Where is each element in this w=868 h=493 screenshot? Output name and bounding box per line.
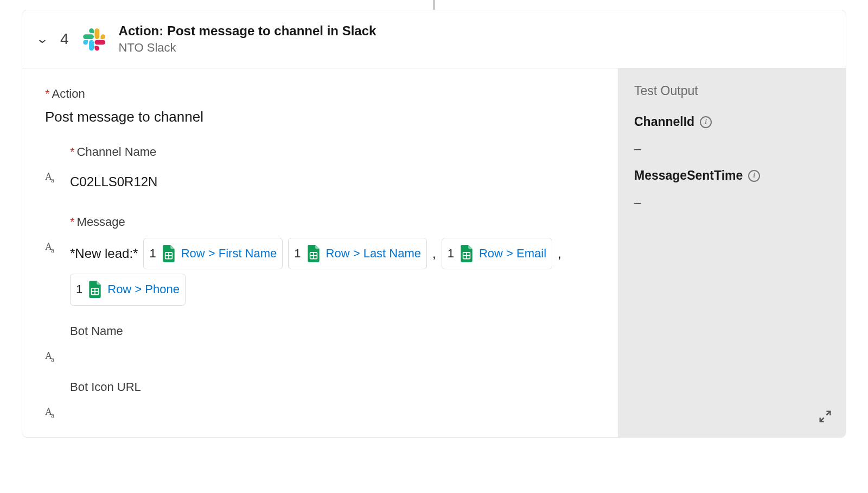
token-row-first-name[interactable]: 1 Row > First Name — [143, 238, 283, 269]
token-step-number: 1 — [294, 241, 301, 267]
slack-icon — [82, 27, 106, 51]
sheets-icon — [459, 245, 474, 262]
output-value: _ — [634, 191, 829, 205]
required-star: * — [70, 215, 75, 229]
token-path: Row > Phone — [107, 276, 180, 302]
output-label: MessageSentTime — [634, 168, 743, 183]
connector-line — [433, 0, 435, 10]
message-row: A *New lead:* 1 Row — [45, 238, 595, 306]
main-column: *Action Post message to channel *Channel… — [22, 68, 618, 437]
sheets-icon — [162, 245, 176, 262]
sheets-icon — [88, 281, 102, 298]
token-path: Row > First Name — [181, 241, 277, 267]
info-icon[interactable]: i — [748, 170, 760, 182]
action-card: ⌄ 4 Action: Post message to channel in S… — [22, 10, 846, 438]
text-type-icon: A — [45, 171, 60, 182]
test-output-title: Test Output — [634, 84, 829, 98]
action-field-value: Post message to channel — [45, 109, 595, 125]
chevron-down-icon[interactable]: ⌄ — [36, 32, 48, 46]
output-item-messagesenttime: MessageSentTime i _ — [634, 168, 829, 205]
bot-name-row: A — [45, 347, 595, 362]
card-body: *Action Post message to channel *Channel… — [22, 68, 846, 437]
token-step-number: 1 — [149, 241, 156, 267]
required-star: * — [70, 145, 75, 159]
token-row-phone[interactable]: 1 Row > Phone — [70, 274, 186, 305]
channel-name-input[interactable]: C02LLS0R12N — [70, 168, 595, 197]
token-step-number: 1 — [448, 241, 454, 267]
action-title: Action: Post message to channel in Slack — [119, 23, 376, 39]
text-type-icon: A — [45, 241, 60, 252]
required-star: * — [45, 87, 50, 100]
step-number: 4 — [60, 30, 69, 48]
token-row-last-name[interactable]: 1 Row > Last Name — [288, 238, 427, 269]
token-row-email[interactable]: 1 Row > Email — [442, 238, 552, 269]
info-icon[interactable]: i — [700, 116, 712, 128]
token-path: Row > Email — [479, 241, 546, 267]
output-label: ChannelId — [634, 115, 694, 129]
action-field-label: *Action — [45, 87, 595, 101]
message-label: *Message — [70, 215, 595, 229]
message-input[interactable]: *New lead:* 1 Row > First Name — [70, 238, 595, 306]
token-step-number: 1 — [76, 276, 82, 302]
action-subtitle: NTO Slack — [119, 41, 376, 55]
bot-icon-url-label: Bot Icon URL — [70, 380, 595, 394]
test-output-panel: Test Output ChannelId i _ MessageSentTim… — [618, 68, 846, 437]
token-path: Row > Last Name — [326, 241, 421, 267]
text-type-icon: A — [45, 406, 60, 418]
output-value: _ — [634, 137, 829, 151]
sheets-icon — [307, 245, 321, 262]
bot-name-label: Bot Name — [70, 324, 595, 338]
expand-icon[interactable] — [818, 409, 833, 424]
text-type-icon: A — [45, 350, 60, 362]
channel-name-row: A C02LLS0R12N — [45, 168, 595, 197]
card-header: ⌄ 4 Action: Post message to channel in S… — [22, 10, 846, 68]
message-prefix-text: *New lead:* — [70, 239, 138, 268]
separator-comma: , — [432, 239, 436, 268]
bot-icon-url-row: A — [45, 403, 595, 418]
separator-comma: , — [558, 239, 561, 268]
output-item-channelid: ChannelId i _ — [634, 115, 829, 151]
channel-name-label: *Channel Name — [70, 145, 595, 159]
